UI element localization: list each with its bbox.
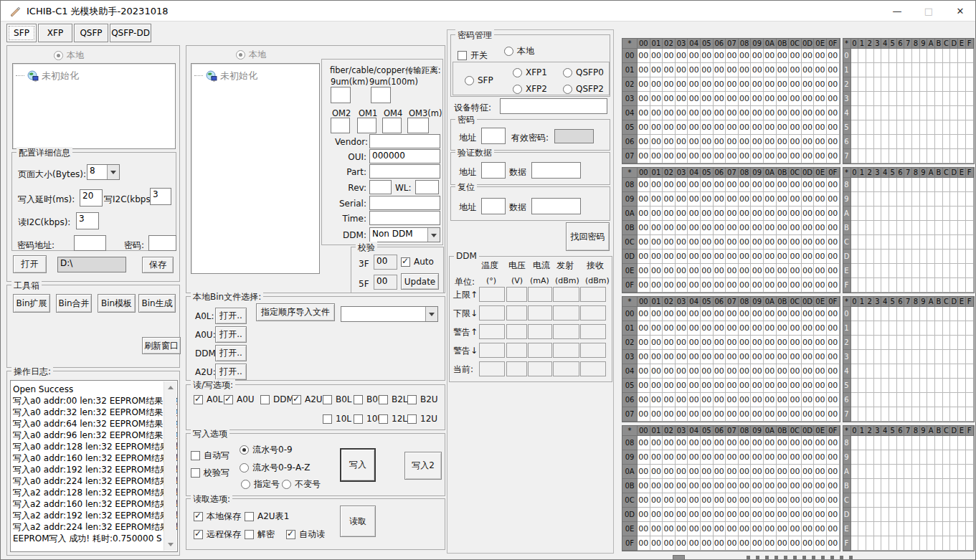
ascii-cell[interactable] [920, 350, 928, 364]
ascii-cell[interactable] [866, 407, 874, 422]
hex-cell[interactable]: 00 [764, 92, 777, 106]
hex-cell[interactable]: 00 [827, 379, 840, 393]
ascii-cell[interactable] [897, 77, 905, 92]
hex-cell[interactable]: 00 [638, 207, 650, 221]
ascii-cell[interactable] [912, 379, 920, 393]
ascii-cell[interactable] [858, 149, 866, 163]
read-button[interactable]: 读取 [340, 506, 376, 537]
hex-cell[interactable]: 00 [802, 92, 815, 106]
hex-cell[interactable]: 00 [814, 106, 827, 120]
hex-cell[interactable]: 00 [726, 106, 739, 120]
ascii-cell[interactable] [897, 49, 905, 63]
hex-cell[interactable]: 00 [701, 207, 714, 221]
hex-cell[interactable]: 00 [676, 106, 688, 120]
ascii-cell[interactable] [927, 135, 935, 149]
ascii-cell[interactable] [927, 178, 935, 192]
hex-cell[interactable]: 00 [676, 207, 688, 221]
fixed-number-radio[interactable]: 不变号 [282, 478, 321, 490]
hex-cell[interactable]: 00 [802, 307, 815, 321]
hex-cell[interactable]: 00 [739, 407, 752, 422]
ascii-cell[interactable] [927, 493, 935, 508]
hex-cell[interactable]: 00 [739, 307, 752, 321]
hex-cell[interactable]: 00 [739, 278, 752, 293]
ascii-cell[interactable] [897, 278, 905, 293]
hex-cell[interactable]: 00 [726, 522, 739, 536]
pwd-addr-input[interactable] [481, 128, 506, 144]
hex-cell[interactable]: 00 [777, 63, 790, 77]
ascii-cell[interactable] [889, 393, 897, 407]
hex-cell[interactable]: 00 [650, 436, 663, 450]
hex-cell[interactable]: 00 [714, 465, 726, 479]
hex-cell[interactable]: 00 [739, 49, 752, 63]
hex-cell[interactable]: 00 [676, 278, 688, 293]
hex-cell[interactable]: 00 [739, 393, 752, 407]
hex-cell[interactable]: 00 [739, 350, 752, 364]
ascii-cell[interactable] [866, 522, 874, 536]
ascii-cell[interactable] [927, 307, 935, 321]
hex-cell[interactable]: 00 [751, 321, 764, 336]
hex-cell[interactable]: 00 [751, 264, 764, 278]
checkbox-a0u[interactable]: A0U [224, 394, 255, 404]
bin-merge-button[interactable]: Bin合并 [56, 294, 92, 313]
ascii-cell[interactable] [904, 77, 912, 92]
ascii-cell[interactable] [950, 307, 958, 321]
ascii-table[interactable]: *0123456789ABCDEF89ABCDEF [843, 167, 975, 293]
ascii-cell[interactable] [851, 149, 859, 163]
hex-cell[interactable]: 00 [777, 350, 790, 364]
checkbox-ddm[interactable]: DDM [260, 394, 294, 404]
checkbox-b2u[interactable]: B2U [407, 394, 438, 404]
ascii-cell[interactable] [966, 235, 974, 250]
hex-cell[interactable]: 00 [676, 235, 688, 250]
hex-cell[interactable]: 00 [650, 536, 663, 551]
ascii-cell[interactable] [897, 493, 905, 508]
hex-cell[interactable]: 00 [676, 336, 688, 350]
ascii-cell[interactable] [904, 278, 912, 293]
ascii-cell[interactable] [958, 63, 966, 77]
qsfp0-radio[interactable]: QSFP0 [563, 67, 604, 77]
ascii-cell[interactable] [950, 493, 958, 508]
hex-cell[interactable]: 00 [726, 178, 739, 192]
ascii-cell[interactable] [866, 221, 874, 235]
module-tree-left[interactable]: 未初始化 [12, 63, 176, 149]
ascii-cell[interactable] [851, 450, 859, 465]
ascii-cell[interactable] [920, 49, 928, 63]
hex-cell[interactable]: 00 [777, 135, 790, 149]
checkbox-b2l[interactable]: B2L [379, 394, 408, 404]
ascii-cell[interactable] [881, 106, 889, 120]
ascii-cell[interactable] [950, 536, 958, 551]
ascii-cell[interactable] [943, 178, 951, 192]
hex-cell[interactable]: 00 [764, 522, 777, 536]
save-button[interactable]: 保存 [142, 257, 174, 273]
ascii-cell[interactable] [950, 149, 958, 163]
write-button[interactable]: 写入 [340, 448, 376, 482]
close-button[interactable]: ✕ [944, 1, 976, 21]
ascii-cell[interactable] [950, 465, 958, 479]
ascii-cell[interactable] [866, 336, 874, 350]
ascii-cell[interactable] [912, 536, 920, 551]
hex-cell[interactable]: 00 [688, 522, 701, 536]
ascii-cell[interactable] [927, 536, 935, 551]
checkbox-a0l[interactable]: A0L [194, 394, 223, 404]
hex-cell[interactable]: 00 [650, 264, 663, 278]
hex-cell[interactable]: 00 [714, 393, 726, 407]
hex-cell[interactable]: 00 [814, 149, 827, 163]
hex-cell[interactable]: 00 [777, 192, 790, 207]
ascii-cell[interactable] [950, 106, 958, 120]
hex-cell[interactable]: 00 [688, 465, 701, 479]
hex-cell[interactable]: 00 [714, 522, 726, 536]
hex-cell[interactable]: 00 [650, 207, 663, 221]
ascii-cell[interactable] [889, 92, 897, 106]
hex-cell[interactable]: 00 [638, 436, 650, 450]
ascii-cell[interactable] [966, 106, 974, 120]
ascii-cell[interactable] [912, 264, 920, 278]
ascii-cell[interactable] [858, 235, 866, 250]
ascii-cell[interactable] [927, 407, 935, 422]
hex-cell[interactable]: 00 [688, 493, 701, 508]
hex-cell[interactable]: 00 [663, 120, 676, 135]
ascii-cell[interactable] [889, 120, 897, 135]
ascii-cell[interactable] [904, 336, 912, 350]
hex-cell[interactable]: 00 [739, 479, 752, 493]
hex-cell[interactable]: 00 [789, 120, 802, 135]
hex-cell[interactable]: 00 [701, 135, 714, 149]
ascii-cell[interactable] [958, 221, 966, 235]
